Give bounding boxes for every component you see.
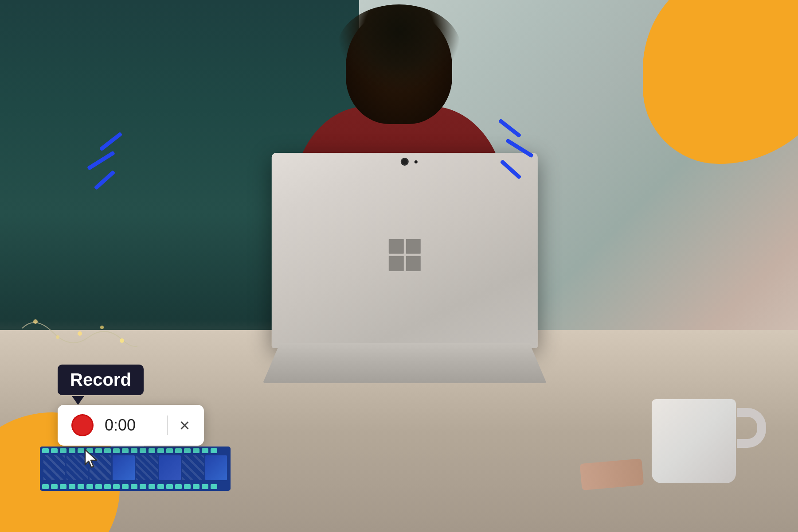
record-button[interactable] bbox=[70, 413, 95, 438]
laptop bbox=[263, 153, 547, 383]
person-hair bbox=[337, 4, 461, 93]
svg-point-0 bbox=[33, 319, 38, 324]
close-button[interactable]: × bbox=[178, 416, 192, 434]
laptop-camera-secondary bbox=[415, 160, 418, 163]
record-controls: 0:00 × bbox=[58, 405, 204, 446]
sparkle-right bbox=[494, 124, 552, 186]
record-time: 0:00 bbox=[105, 416, 157, 435]
hand bbox=[580, 458, 644, 490]
svg-point-2 bbox=[78, 331, 82, 336]
spark-left-2 bbox=[87, 151, 115, 171]
laptop-base bbox=[263, 343, 547, 383]
mouse-cursor-icon bbox=[83, 449, 100, 471]
tooltip-arrow bbox=[72, 396, 84, 405]
film-body bbox=[40, 447, 231, 491]
svg-point-4 bbox=[120, 338, 124, 343]
cup-right bbox=[652, 381, 745, 483]
windows-quad-1 bbox=[389, 239, 404, 254]
film-perforations-top bbox=[40, 448, 231, 453]
laptop-camera bbox=[402, 159, 407, 164]
record-tooltip: Record 0:00 × bbox=[58, 365, 204, 446]
windows-quad-3 bbox=[389, 256, 404, 271]
record-divider bbox=[167, 416, 168, 435]
svg-point-1 bbox=[56, 335, 59, 339]
film-frames bbox=[43, 455, 227, 480]
blob-top-right bbox=[643, 0, 798, 164]
windows-logo-icon bbox=[389, 239, 421, 271]
svg-point-3 bbox=[100, 326, 104, 329]
record-label: Record bbox=[58, 365, 144, 395]
film-strip bbox=[40, 447, 231, 493]
sparkle-left bbox=[86, 137, 140, 195]
spark-right-3 bbox=[500, 159, 521, 179]
spark-right-2 bbox=[505, 138, 534, 158]
spark-left-3 bbox=[94, 170, 115, 190]
windows-quad-2 bbox=[406, 239, 421, 254]
record-dot-icon bbox=[73, 416, 92, 435]
windows-quad-4 bbox=[406, 256, 421, 271]
film-perforations-bottom bbox=[40, 484, 231, 489]
